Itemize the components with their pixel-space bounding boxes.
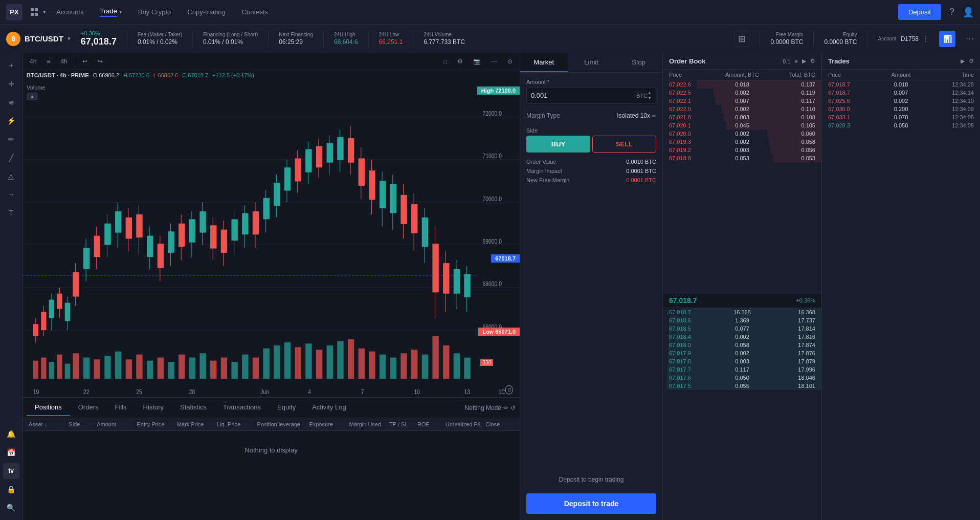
tab-orders[interactable]: Orders [70, 399, 107, 416]
tab-transactions[interactable]: Transactions [215, 399, 269, 416]
pair-dropdown-icon[interactable]: ▾ [68, 35, 71, 42]
camera-icon[interactable]: 📷 [470, 56, 484, 67]
ob-ask-row[interactable]: 67,019.2 0.003 0.056 [663, 146, 821, 154]
ob-bid-row[interactable]: 67,018.6 1.369 17.737 [663, 316, 821, 324]
ob-bid-row[interactable]: 67,017.7 0.117 17.996 [663, 365, 821, 374]
ob-settings-icon[interactable]: ⚙ [810, 58, 815, 64]
trades-play-icon[interactable]: ▶ [961, 58, 965, 64]
ob-ask-row[interactable]: 67,022.1 0.007 0.117 [663, 97, 821, 105]
sync-icon[interactable]: ⊙ [504, 56, 516, 67]
buy-button[interactable]: BUY [526, 136, 590, 153]
help-icon[interactable]: ? [949, 7, 954, 18]
more-icon[interactable]: ⋯ [488, 56, 500, 67]
sell-button[interactable]: SELL [592, 136, 656, 153]
ob-bid-row[interactable]: 67,018.0 0.058 17.874 [663, 341, 821, 349]
btc-icon: ₿ [6, 32, 20, 46]
more-options-icon[interactable]: ⋯ [966, 34, 974, 44]
tab-limit[interactable]: Limit [568, 53, 615, 72]
tab-equity[interactable]: Equity [269, 399, 304, 416]
ob-layout-icon[interactable]: ≡ [795, 58, 798, 64]
crosshair-icon[interactable]: ✛ [3, 76, 19, 92]
ob-bid-row[interactable]: 67,017.6 0.050 18.046 [663, 374, 821, 382]
tab-fills[interactable]: Fills [106, 399, 135, 416]
tab-stop[interactable]: Stop [615, 53, 662, 72]
redo-icon[interactable]: ↪ [95, 56, 106, 67]
ob-ask-row[interactable]: 67,022.0 0.002 0.110 [663, 105, 821, 113]
ob-bid-row[interactable]: 67,018.5 0.077 17.814 [663, 324, 821, 333]
ob-bid-row[interactable]: 67,018.4 0.002 17.816 [663, 333, 821, 341]
shape-icon[interactable]: △ [3, 168, 19, 184]
ob-bid-row[interactable]: 67,017.5 0.055 18.101 [663, 382, 821, 390]
amount-arrows[interactable]: ▲ ▼ [648, 91, 652, 100]
ob-ask-row[interactable]: 67,022.6 0.018 0.137 [663, 80, 821, 89]
tab-positions[interactable]: Positions [27, 399, 70, 416]
account-section[interactable]: Account D1758 ⋮ [878, 35, 929, 42]
netting-refresh-icon[interactable]: ↺ [510, 404, 516, 411]
settings-icon[interactable]: ⚙ [454, 56, 466, 67]
chart-type-icon[interactable]: 📊 [939, 31, 955, 47]
nav-contests[interactable]: Contests [236, 5, 274, 19]
search-sidebar-icon[interactable]: 🔍 [3, 500, 19, 516]
logo[interactable]: PX [6, 4, 23, 20]
equity-section: Equity 0.0000 BTC [824, 32, 857, 46]
ob-bid-row[interactable]: 67,017.8 0.003 17.879 [663, 357, 821, 365]
trades-row[interactable]: 67,018.7 0.018 12:34:28 [822, 80, 980, 89]
user-icon[interactable]: 👤 [963, 7, 974, 18]
ob-play-icon[interactable]: ▶ [802, 58, 806, 64]
nav-buy-crypto[interactable]: Buy Crypto [132, 5, 177, 19]
margin-edit-icon[interactable]: ✏ [652, 113, 656, 119]
deposit-button[interactable]: Deposit [898, 4, 941, 20]
alert-icon[interactable]: 🔔 [3, 426, 19, 442]
undo-icon[interactable]: ↩ [79, 56, 91, 67]
ob-ask-row[interactable]: 67,020.1 0.045 0.105 [663, 121, 821, 129]
ob-ask-row[interactable]: 67,022.5 0.002 0.119 [663, 89, 821, 97]
collapse-btn[interactable]: ▲ [27, 93, 38, 100]
margin-type-row: Margin Type Isolated 10x ✏ [526, 110, 656, 121]
text-icon[interactable]: T [3, 205, 19, 221]
trades-row[interactable]: 67,018.7 0.007 12:34:14 [822, 89, 980, 97]
indicators-icon[interactable]: ≋ [3, 94, 19, 111]
calendar-icon[interactable]: 📅 [3, 444, 19, 461]
trades-row[interactable]: 67,028.3 0.058 12:34:08 [822, 121, 980, 129]
amount-input[interactable] [531, 92, 636, 99]
fullscreen-icon[interactable]: ⊞ [734, 31, 749, 47]
nav-copy-trading[interactable]: Copy-trading [181, 5, 231, 19]
ob-controls[interactable]: 0.1 ≡ ▶ ⚙ [783, 58, 815, 64]
chart-style-icon[interactable]: ≡ [43, 56, 53, 67]
btc-pair-selector[interactable]: ₿ BTC/USDT ▾ [6, 32, 71, 46]
grid-dropdown-icon[interactable]: ▾ [43, 9, 46, 15]
add-icon[interactable]: ＋ [3, 57, 19, 74]
arrow-icon[interactable]: → [3, 186, 19, 203]
ob-ask-row[interactable]: 67,020.0 0.002 0.060 [663, 129, 821, 138]
tv-icon[interactable]: tv [3, 463, 19, 479]
pen-icon[interactable]: ✏ [3, 131, 19, 147]
trades-settings-icon[interactable]: ⚙ [969, 58, 974, 64]
trades-row[interactable]: 67,030.0 0.200 12:34:09 [822, 105, 980, 113]
grid-menu-icon[interactable] [31, 8, 39, 16]
expand-icon[interactable]: □ [440, 56, 450, 67]
tab-history[interactable]: History [135, 399, 172, 416]
tab-statistics[interactable]: Statistics [172, 399, 215, 416]
ob-ask-row[interactable]: 67,021.8 0.003 0.108 [663, 113, 821, 121]
ob-ask-row[interactable]: 67,018.8 0.053 0.053 [663, 154, 821, 162]
magnet-icon[interactable]: ⚡ [3, 113, 19, 129]
trades-row[interactable]: 67,033.1 0.070 12:34:08 [822, 113, 980, 121]
tab-market[interactable]: Market [520, 53, 568, 72]
lock-icon[interactable]: 🔒 [3, 481, 19, 497]
chart-canvas[interactable]: Volume ▲ High 72100.0 67018.7 Low 65071.… [23, 80, 520, 397]
ob-ask-row[interactable]: 67,019.3 0.002 0.058 [663, 138, 821, 146]
trade-dropdown-icon[interactable]: ▾ [119, 9, 122, 15]
line-icon[interactable]: ╱ [3, 149, 19, 166]
nav-trade[interactable]: Trade ▾ [94, 4, 127, 20]
indicators-btn[interactable]: 4h [57, 56, 70, 67]
ob-bid-row[interactable]: 67,018.7 16.368 16.368 [663, 308, 821, 316]
tab-activity-log[interactable]: Activity Log [304, 399, 354, 416]
ob-bid-row[interactable]: 67,017.9 0.002 17.876 [663, 349, 821, 357]
netting-edit-icon[interactable]: ✏ [503, 404, 508, 411]
trades-row[interactable]: 67,025.6 0.002 12:34:10 [822, 97, 980, 105]
interval-btn[interactable]: 4h [27, 56, 39, 67]
deposit-trade-button[interactable]: Deposit to trade [526, 493, 656, 514]
netting-mode[interactable]: Netting Mode ✏ ↺ [465, 404, 516, 411]
account-menu-icon[interactable]: ⋮ [923, 35, 929, 42]
nav-accounts[interactable]: Accounts [50, 5, 90, 19]
